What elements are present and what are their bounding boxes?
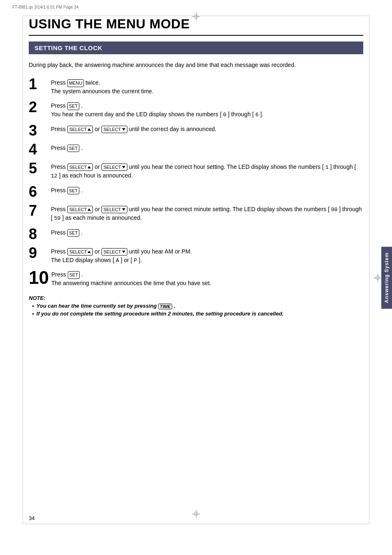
- step-1-number: 1: [29, 77, 48, 92]
- crosshair-bottom: [192, 510, 200, 518]
- step-3: 3 Press SELECT or SELECT until the corre…: [29, 123, 363, 138]
- select-down-key-3: SELECT: [101, 126, 127, 134]
- step-1-main: Press MENU twice.: [51, 78, 363, 87]
- step-2-content: Press SET . You hear the current day and…: [51, 100, 363, 119]
- step-5-main: Press SELECT or SELECT until you hear th…: [51, 163, 363, 180]
- step-5: 5 Press SELECT or SELECT until you hear …: [29, 161, 363, 180]
- select-up-key-5: SELECT: [67, 164, 93, 171]
- step-9-number: 9: [29, 246, 48, 260]
- step-10: 10 Press SET . The answering machine ann…: [29, 269, 363, 288]
- note-bullet-1: •: [32, 303, 34, 309]
- step-2-number: 2: [29, 100, 48, 115]
- step-2-main: Press SET .: [51, 101, 363, 110]
- note-text-2: If you do not complete the setting proce…: [37, 311, 284, 317]
- crosshair-right: [374, 274, 382, 282]
- step-10-main: Press SET .: [51, 270, 363, 279]
- step-8-main: Press SET .: [51, 228, 363, 237]
- step-3-number: 3: [29, 123, 48, 138]
- border-left: [23, 16, 23, 524]
- step-4-number: 4: [29, 142, 48, 157]
- file-info: FT-8981.qx 3/14/1 6:01 PM Page 34: [12, 5, 78, 9]
- page-number: 34: [29, 515, 35, 521]
- menu-key: MENU: [67, 79, 84, 87]
- step-9-detail: The LED display shows [ A ] or [ P ].: [51, 256, 363, 265]
- step-1: 1 Press MENU twice. The system announces…: [29, 77, 363, 96]
- step-6-number: 6: [29, 184, 48, 199]
- step-4-main: Press SET .: [51, 144, 363, 152]
- step-6-main: Press SET .: [51, 186, 363, 195]
- side-tab: Answering System: [381, 246, 392, 309]
- select-down-key-9: SELECT: [101, 248, 127, 256]
- step-7-number: 7: [29, 203, 48, 218]
- note-text-1: You can hear the time currently set by p…: [37, 303, 175, 309]
- note-title: NOTE:: [29, 295, 363, 301]
- step-7-main: Press SELECT or SELECT until you hear th…: [51, 205, 363, 223]
- step-6: 6 Press SET .: [29, 184, 363, 199]
- note-section: NOTE: • You can hear the time currently …: [29, 295, 363, 317]
- step-9-main: Press SELECT or SELECT until you hear AM…: [51, 247, 363, 256]
- step-2: 2 Press SET . You hear the current day a…: [29, 100, 363, 119]
- step-2-detail: You hear the current day and the LED dis…: [51, 110, 363, 119]
- set-key-4: SET: [67, 145, 79, 152]
- time-key: TIME: [158, 304, 172, 309]
- steps-container: 1 Press MENU twice. The system announces…: [29, 77, 363, 288]
- set-key-8: SET: [67, 229, 79, 237]
- step-4-content: Press SET .: [51, 142, 363, 152]
- select-down-key-5: SELECT: [101, 164, 127, 171]
- set-key-10: SET: [68, 271, 80, 279]
- step-8-number: 8: [29, 227, 48, 242]
- crosshair-top: [192, 12, 200, 21]
- step-4: 4 Press SET .: [29, 142, 363, 157]
- step-8: 8 Press SET .: [29, 227, 363, 242]
- step-8-content: Press SET .: [51, 227, 363, 237]
- note-item-1: • You can hear the time currently set by…: [29, 303, 363, 309]
- step-10-number: 10: [29, 269, 49, 287]
- step-10-detail: The answering machine announces the time…: [51, 279, 363, 288]
- step-3-content: Press SELECT or SELECT until the correct…: [51, 123, 363, 134]
- step-9: 9 Press SELECT or SELECT until you hear …: [29, 246, 363, 265]
- select-up-key-7: SELECT: [67, 206, 93, 214]
- step-3-main: Press SELECT or SELECT until the correct…: [51, 125, 363, 134]
- set-key-6: SET: [67, 187, 79, 195]
- border-bottom: [23, 524, 369, 524]
- step-5-content: Press SELECT or SELECT until you hear th…: [51, 161, 363, 180]
- step-10-content: Press SET . The answering machine announ…: [51, 269, 363, 288]
- step-5-number: 5: [29, 161, 48, 176]
- note-item-2: • If you do not complete the setting pro…: [29, 311, 363, 317]
- page-wrapper: FT-8981.qx 3/14/1 6:01 PM Page 34 Answer…: [0, 0, 392, 555]
- select-up-key-3: SELECT: [67, 126, 93, 134]
- step-7-content: Press SELECT or SELECT until you hear th…: [51, 203, 363, 223]
- select-down-key-7: SELECT: [101, 206, 127, 214]
- step-1-content: Press MENU twice. The system announces t…: [51, 77, 363, 96]
- set-key-2: SET: [67, 102, 79, 110]
- step-9-content: Press SELECT or SELECT until you hear AM…: [51, 246, 363, 265]
- step-1-detail: The system announces the current time.: [51, 87, 363, 96]
- step-7: 7 Press SELECT or SELECT until you hear …: [29, 203, 363, 223]
- border-right: [369, 16, 369, 524]
- step-6-content: Press SET .: [51, 184, 363, 195]
- section-header: SETTING THE CLOCK: [29, 41, 363, 54]
- intro-text: During play back, the answering machine …: [29, 61, 363, 69]
- select-up-key-9: SELECT: [67, 248, 93, 256]
- note-bullet-2: •: [32, 311, 34, 317]
